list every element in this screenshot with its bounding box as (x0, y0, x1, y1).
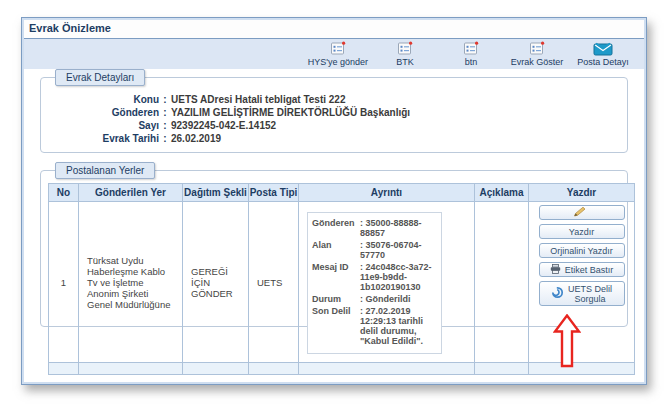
toolbar-label: HYS'ye gönder (308, 57, 368, 67)
ayrinti-value: : 35000-88888-88857 (360, 218, 437, 238)
field-separator: : (159, 106, 171, 119)
table-empty-row (49, 363, 635, 375)
field-konu: Konu : UETS ADresi Hatali tebligat Testi… (41, 93, 627, 106)
etiket-bastir-label: Etiket Bastır (565, 265, 614, 275)
uets-delil-sorgula-label: UETS Delil Sorgula (568, 284, 612, 304)
field-value: 92392245-042-E.14152 (171, 119, 276, 132)
evrak-detaylari-legend: Evrak Detayları (55, 69, 145, 86)
toolbar-label: Posta Detayı (577, 57, 629, 67)
etiket-bastir-button[interactable]: Etiket Bastır (539, 262, 625, 277)
postalanan-yerler-legend: Postalanan Yerler (55, 162, 155, 179)
ayrinti-durum: Durum : Gönderildi (312, 294, 437, 304)
field-sayi: Sayı : 92392245-042-E.14152 (41, 119, 627, 132)
cell-dagitim-sekli: GEREĞİ İÇİN GÖNDER (183, 202, 249, 363)
header-yazdir: Yazdır (529, 184, 635, 202)
uets-swirl-icon (551, 286, 564, 301)
table-header-row: No Gönderilen Yer Dağıtım Şekli Posta Ti… (49, 184, 635, 202)
annotation-arrow-up (553, 314, 581, 372)
ayrinti-value: : 35076-06704-57770 (360, 240, 437, 260)
header-gonderilen-yer: Gönderilen Yer (79, 184, 183, 202)
list-icon (463, 41, 479, 56)
list-icon (397, 41, 413, 56)
cell-no: 1 (49, 202, 79, 363)
field-value: UETS ADresi Hatali tebligat Testi 222 (171, 93, 346, 106)
toolbar-button-btn[interactable]: btn (438, 40, 504, 68)
toolbar: HYS'ye gönder BTK btn Evrak Göster Posta… (24, 39, 644, 69)
ayrinti-label: Gönderen (312, 218, 360, 238)
pencil-icon (573, 206, 586, 219)
yazdir-button[interactable]: Yazdır (539, 224, 625, 239)
toolbar-label: btn (465, 57, 478, 67)
header-no: No (49, 184, 79, 202)
toolbar-button-posta-detayi[interactable]: Posta Detayı (570, 40, 636, 68)
table-row: 1 Türksat Uydu Haberleşme Kablo Tv ve İş… (49, 202, 635, 363)
toolbar-button-evrak-goster[interactable]: Evrak Göster (504, 40, 570, 68)
window-inner: Evrak Önizleme HYS'ye gönder BTK btn Evr… (24, 20, 644, 382)
cell-gonderilen-yer: Türksat Uydu Haberleşme Kablo Tv ve İşle… (79, 202, 183, 363)
envelope-icon (593, 41, 613, 56)
ayrinti-label: Alan (312, 240, 360, 260)
cell-posta-tipi: UETS (249, 202, 299, 363)
ayrinti-son-delil: Son Delil : 27.02.2019 12:29:13 tarihli … (312, 306, 437, 346)
ayrinti-alan: Alan : 35076-06704-57770 (312, 240, 437, 260)
field-evrak-tarihi: Evrak Tarihi : 26.02.2019 (41, 132, 627, 145)
field-label: Sayı (41, 119, 159, 132)
evrak-detaylari-fields: Konu : UETS ADresi Hatali tebligat Testi… (41, 78, 627, 145)
ayrinti-value: : 27.02.2019 12:29:13 tarihli delil duru… (360, 306, 437, 346)
field-separator: : (159, 93, 171, 106)
header-posta-tipi: Posta Tipi (249, 184, 299, 202)
field-label: Gönderen (41, 106, 159, 119)
ayrinti-label: Son Delil (312, 306, 360, 346)
list-icon (330, 41, 346, 56)
orjinalini-yazdir-label: Orjinalini Yazdır (550, 246, 613, 256)
evrak-detaylari-fieldset: Evrak Detayları Konu : UETS ADresi Hatal… (40, 77, 628, 153)
ayrinti-gonderen: Gönderen : 35000-88888-88857 (312, 218, 437, 238)
postalanan-table: No Gönderilen Yer Dağıtım Şekli Posta Ti… (48, 183, 635, 375)
header-aciklama: Açıklama (475, 184, 529, 202)
ayrinti-value: : Gönderildi (360, 294, 437, 304)
ayrinti-label: Durum (312, 294, 360, 304)
field-value: 26.02.2019 (171, 132, 221, 145)
edit-button[interactable] (539, 205, 625, 220)
window-title: Evrak Önizleme (24, 20, 644, 39)
orjinalini-yazdir-button[interactable]: Orjinalini Yazdır (539, 243, 625, 258)
field-label: Konu (41, 93, 159, 106)
ayrinti-mesaj-id: Mesaj ID : 24c048cc-3a72-11e9-b9dd-1b102… (312, 262, 437, 292)
postalanan-yerler-fieldset: Postalanan Yerler No Gönderilen Yer Dağı… (40, 170, 628, 327)
header-dagitim-sekli: Dağıtım Şekli (183, 184, 249, 202)
yazdir-button-label: Yazdır (569, 227, 594, 237)
cell-aciklama (475, 202, 529, 363)
list-icon (529, 41, 545, 56)
ayrinti-label: Mesaj ID (312, 262, 360, 292)
cell-yazdir: Yazdır Orjinalini Yazdır Etiket Bastır (529, 202, 635, 363)
toolbar-label: Evrak Göster (511, 57, 564, 67)
printer-icon (550, 264, 561, 276)
field-separator: : (159, 132, 171, 145)
field-gonderen: Gönderen : YAZILIM GELİŞTİRME DİREKTÖRLÜ… (41, 106, 627, 119)
uets-delil-sorgula-button[interactable]: UETS Delil Sorgula (539, 281, 625, 306)
toolbar-button-btk[interactable]: BTK (372, 40, 438, 68)
field-value: YAZILIM GELİŞTİRME DİREKTÖRLÜĞÜ Başkanlı… (171, 106, 410, 119)
action-buttons: Yazdır Orjinalini Yazdır Etiket Bastır (529, 202, 634, 309)
ayrinti-detail-box: Gönderen : 35000-88888-88857 Alan : 3507… (307, 212, 442, 354)
field-label: Evrak Tarihi (41, 132, 159, 145)
toolbar-button-hys-gonder[interactable]: HYS'ye gönder (304, 40, 372, 68)
field-separator: : (159, 119, 171, 132)
ayrinti-value: : 24c048cc-3a72-11e9-b9dd-1b1020190130 (360, 262, 437, 292)
cell-ayrinti: Gönderen : 35000-88888-88857 Alan : 3507… (299, 202, 475, 363)
toolbar-label: BTK (396, 57, 414, 67)
header-ayrinti: Ayrıntı (299, 184, 475, 202)
